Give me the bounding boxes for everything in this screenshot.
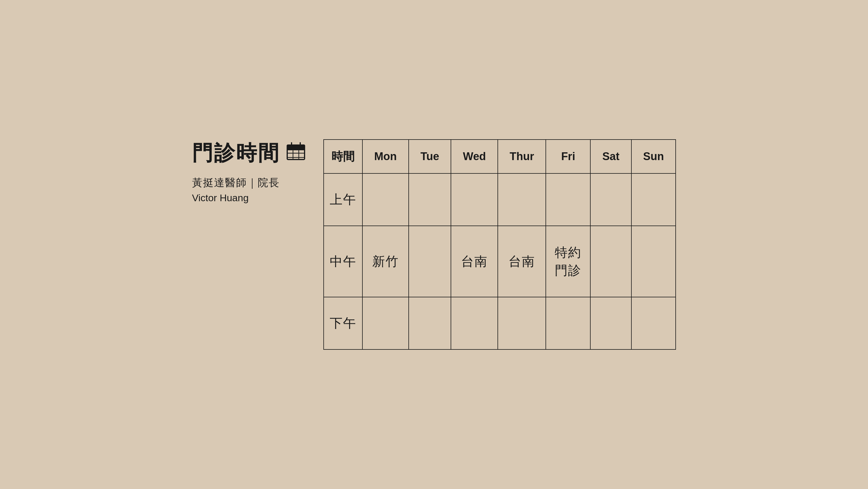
table-row: 下午 <box>324 297 676 349</box>
table-row: 上午 <box>324 173 676 226</box>
left-panel: 門診時間 <box>192 139 306 204</box>
svg-rect-1 <box>287 145 305 150</box>
data-cell-2-5 <box>590 297 631 349</box>
data-cell-1-6 <box>631 226 676 297</box>
data-cell-0-0 <box>363 173 409 226</box>
header-sat: Sat <box>590 140 631 173</box>
data-cell-1-2: 台南 <box>451 226 498 297</box>
time-cell-2: 下午 <box>324 297 363 349</box>
data-cell-1-3: 台南 <box>498 226 546 297</box>
header-sun: Sun <box>631 140 676 173</box>
time-header: 時間 <box>324 140 363 173</box>
data-cell-2-0 <box>363 297 409 349</box>
time-cell-0: 上午 <box>324 173 363 226</box>
page-title: 門診時間 <box>192 139 280 167</box>
header-wed: Wed <box>451 140 498 173</box>
header-thur: Thur <box>498 140 546 173</box>
data-cell-1-0: 新竹 <box>363 226 409 297</box>
time-cell-1: 中午 <box>324 226 363 297</box>
subtitle: 黃挺達醫師｜院長 Victor Huang <box>192 176 306 204</box>
header-row: 時間 Mon Tue Wed Thur Fri Sat Sun <box>324 140 676 173</box>
header-mon: Mon <box>363 140 409 173</box>
data-cell-0-4 <box>546 173 590 226</box>
data-cell-0-3 <box>498 173 546 226</box>
data-cell-2-1 <box>409 297 451 349</box>
header-fri: Fri <box>546 140 590 173</box>
data-cell-0-5 <box>590 173 631 226</box>
schedule-table: 時間 Mon Tue Wed Thur Fri Sat Sun 上午中午新竹台南… <box>323 139 676 349</box>
data-cell-2-6 <box>631 297 676 349</box>
title-row: 門診時間 <box>192 139 306 167</box>
doctor-name-cn: 黃挺達醫師｜院長 <box>192 176 306 190</box>
data-cell-1-1 <box>409 226 451 297</box>
calendar-icon <box>286 141 306 166</box>
data-cell-0-6 <box>631 173 676 226</box>
header-tue: Tue <box>409 140 451 173</box>
table-row: 中午新竹台南台南特約 門診 <box>324 226 676 297</box>
data-cell-0-1 <box>409 173 451 226</box>
data-cell-0-2 <box>451 173 498 226</box>
data-cell-2-2 <box>451 297 498 349</box>
data-cell-1-4: 特約 門診 <box>546 226 590 297</box>
data-cell-2-4 <box>546 297 590 349</box>
page-container: 門診時間 <box>181 128 688 361</box>
doctor-name-en: Victor Huang <box>192 192 306 204</box>
data-cell-2-3 <box>498 297 546 349</box>
data-cell-1-5 <box>590 226 631 297</box>
